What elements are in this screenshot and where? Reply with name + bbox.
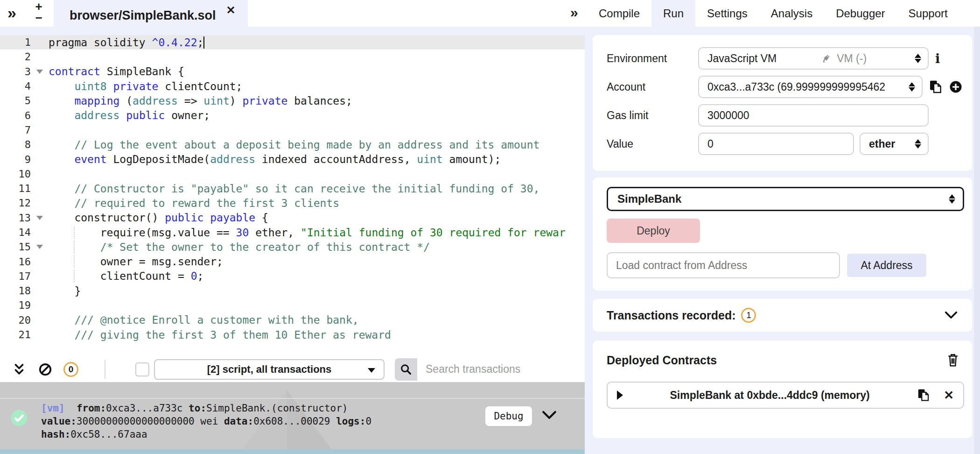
- panel-bottom-gap: [593, 438, 972, 454]
- terminal-log-line: [vm] from:0xca3...a733c to:SimpleBank.(c…: [41, 402, 371, 415]
- value-unit-select[interactable]: ether: [860, 133, 929, 155]
- vm-status: VM (-): [837, 52, 867, 65]
- collapse-file-panel-icon[interactable]: »: [7, 4, 16, 22]
- terminal-toolbar: 0 [2] script, all transactions: [0, 356, 585, 382]
- environment-card: Environment JavaScript VM VM (-) i Accou…: [593, 35, 972, 171]
- select-stepper-icon: [904, 82, 915, 92]
- line-number: 17: [0, 270, 31, 282]
- code-line[interactable]: 21 /// giving the first 3 of them 10 Eth…: [0, 327, 585, 342]
- code-line[interactable]: 5 mapping (address => uint) private bala…: [0, 93, 585, 108]
- gas-limit-input[interactable]: [698, 104, 929, 127]
- remove-file-button[interactable]: −: [33, 12, 45, 23]
- line-number: 8: [0, 139, 31, 150]
- code-line[interactable]: 4 uint8 private clientCount;: [0, 79, 585, 93]
- at-address-button[interactable]: At Address: [847, 254, 926, 277]
- value-unit: ether: [869, 138, 895, 150]
- line-number: 14: [0, 227, 31, 238]
- account-select[interactable]: 0xca3...a733c (69.999999999995462: [698, 76, 923, 98]
- line-number: 20: [0, 314, 31, 326]
- code-line[interactable]: 20 /// @notice Enroll a customer with th…: [0, 313, 585, 327]
- create-account-icon[interactable]: [949, 80, 963, 94]
- terminal-resize-bar[interactable]: [0, 449, 585, 454]
- tab-run[interactable]: Run: [651, 0, 695, 27]
- plug-icon: [820, 52, 832, 64]
- code-line[interactable]: 17 clientCount = 0;: [0, 269, 585, 284]
- code-line[interactable]: 1pragma solidity ^0.4.22;: [0, 35, 585, 50]
- remove-contract-icon[interactable]: ✕: [944, 388, 954, 403]
- line-number: 12: [0, 197, 31, 209]
- fold-arrow-icon[interactable]: [36, 216, 43, 220]
- toolbar-divider: [105, 360, 105, 379]
- deploy-card: SimpleBank Deploy At Address: [593, 177, 972, 291]
- value-input[interactable]: [698, 133, 854, 155]
- panel-scrollbar[interactable]: [974, 27, 980, 454]
- tab-compile[interactable]: Compile: [587, 0, 651, 27]
- file-tab[interactable]: browser/SimpleBank.sol ✕: [54, 0, 248, 27]
- expand-terminal-icon[interactable]: [12, 362, 26, 376]
- load-contract-address-input[interactable]: [607, 252, 840, 278]
- fold-arrow-icon[interactable]: [36, 70, 43, 74]
- tx-filter-select[interactable]: [2] script, all transactions: [154, 359, 385, 380]
- clear-console-icon[interactable]: [38, 362, 52, 376]
- code-line[interactable]: 19: [0, 298, 585, 312]
- deployed-contract-item[interactable]: SimpleBank at 0xbde...4ddc9 (memory) ✕: [607, 382, 964, 409]
- search-transactions-input[interactable]: [417, 358, 585, 381]
- dropdown-arrow-icon: [368, 368, 375, 373]
- deployed-contract-label: SimpleBank at 0xbde...4ddc9 (memory): [623, 389, 917, 402]
- code-line[interactable]: 18 }: [0, 284, 585, 298]
- line-number: 1: [0, 36, 31, 48]
- line-number: 7: [0, 124, 31, 136]
- debug-button[interactable]: Debug: [485, 406, 532, 426]
- contract-select[interactable]: SimpleBank: [607, 187, 964, 211]
- expand-transactions-icon[interactable]: [944, 310, 958, 320]
- value-label: Value: [607, 138, 698, 150]
- transactions-recorded-label: Transactions recorded:: [607, 309, 735, 322]
- line-number: 19: [0, 299, 31, 311]
- line-number: 3: [0, 66, 31, 78]
- tab-support[interactable]: Support: [897, 0, 959, 27]
- copy-address-icon[interactable]: [917, 388, 931, 402]
- tab-settings[interactable]: Settings: [695, 0, 759, 27]
- transactions-count-badge: 1: [741, 308, 756, 323]
- code-line[interactable]: 16 owner = msg.sender;: [0, 254, 585, 269]
- environment-value: JavaScript VM: [707, 52, 777, 65]
- line-number: 16: [0, 256, 31, 268]
- code-line[interactable]: 14 require(msg.value == 30 ether, "Initi…: [0, 225, 585, 240]
- line-number: 10: [0, 168, 31, 180]
- expand-contract-icon[interactable]: [617, 390, 623, 400]
- terminal-log-line: hash:0xc58...67aaa: [41, 428, 371, 441]
- environment-label: Environment: [607, 52, 698, 65]
- line-number: 18: [0, 285, 31, 297]
- code-line[interactable]: 8 // Log the event about a deposit being…: [0, 137, 585, 152]
- listen-network-checkbox[interactable]: [135, 362, 149, 376]
- environment-select[interactable]: JavaScript VM VM (-): [698, 47, 929, 70]
- tab-debugger[interactable]: Debugger: [824, 0, 896, 27]
- search-icon: [395, 358, 417, 381]
- code-line[interactable]: 7: [0, 123, 585, 137]
- code-line[interactable]: 3contract SimpleBank {: [0, 64, 585, 79]
- run-panel: Environment JavaScript VM VM (-) i Accou…: [585, 27, 980, 454]
- close-tab-icon[interactable]: ✕: [226, 4, 236, 17]
- code-line[interactable]: 9 event LogDepositMade(address indexed a…: [0, 152, 585, 166]
- info-icon[interactable]: i: [935, 51, 940, 66]
- code-line[interactable]: 10: [0, 167, 585, 181]
- line-number: 5: [0, 95, 31, 106]
- code-line[interactable]: 2: [0, 50, 585, 64]
- collapse-plugin-panel-icon[interactable]: »: [570, 5, 578, 21]
- terminal: [vm] from:0xca3...a733c to:SimpleBank.(c…: [0, 382, 585, 454]
- contract-select-value: SimpleBank: [617, 192, 681, 206]
- code-line[interactable]: 6 address public owner;: [0, 108, 585, 122]
- code-line[interactable]: 13 constructor() public payable {: [0, 211, 585, 225]
- tx-success-check-icon: [10, 409, 28, 427]
- tab-analysis[interactable]: Analysis: [759, 0, 824, 27]
- copy-account-icon[interactable]: [928, 79, 943, 94]
- trash-icon[interactable]: [946, 353, 960, 368]
- deploy-button[interactable]: Deploy: [607, 219, 700, 243]
- code-line[interactable]: 11 // Constructor is "payable" so it can…: [0, 181, 585, 196]
- code-line[interactable]: 12 // required to reward the first 3 cli…: [0, 196, 585, 210]
- code-line[interactable]: 15 /* Set the owner to the creator of th…: [0, 240, 585, 254]
- fold-arrow-icon[interactable]: [36, 245, 43, 249]
- terminal-log[interactable]: [vm] from:0xca3...a733c to:SimpleBank.(c…: [41, 402, 371, 441]
- code-editor[interactable]: 1pragma solidity ^0.4.22;23contract Simp…: [0, 35, 585, 356]
- expand-tx-details-icon[interactable]: [541, 409, 557, 421]
